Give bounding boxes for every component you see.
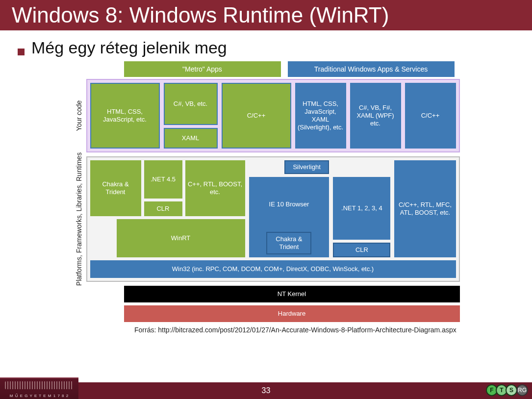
slide: Windows 8: Windows Runtime (WinRT) Még e… xyxy=(0,0,532,399)
cpp-rtl-box: C++, RTL, BOOST, etc. xyxy=(185,160,245,216)
metro-xaml-box: XAML xyxy=(164,128,218,149)
column-headers: "Metro" Apps Traditional Windows Apps & … xyxy=(124,61,460,77)
your-code-traditional: HTML, CSS, JavaScript, XAML (Silverlight… xyxy=(295,83,456,149)
page-number: 33 xyxy=(262,386,271,395)
trad-clr-box: CLR xyxy=(333,243,390,257)
winrt-box: WinRT xyxy=(117,219,245,257)
university-logo xyxy=(0,377,78,399)
win32-box: Win32 (inc. RPC, COM, DCOM, COM+, Direct… xyxy=(90,260,456,278)
metro-csharp-box: C#, VB, etc. xyxy=(164,83,218,125)
ie-chakra-box: Chakra & Trident xyxy=(266,232,311,254)
slide-footer: 33 F T S RG xyxy=(0,382,532,399)
your-code-panel: Your code HTML, CSS, JavaScript, etc. C#… xyxy=(73,79,460,152)
nt-kernel-box: NT Kernel xyxy=(124,286,460,302)
metro-apps-header: "Metro" Apps xyxy=(124,61,281,77)
metro-runtimes: Chakra & Trident .NET 4.5 CLR C++, RTL, … xyxy=(90,160,245,257)
trad-cpp-box: C/C++ xyxy=(405,83,456,149)
your-code-label: Your code xyxy=(73,79,86,152)
metro-html-box: HTML, CSS, JavaScript, etc. xyxy=(90,83,160,149)
bullet-icon xyxy=(18,49,25,55)
native-libs-box: C/C++, RTL, MFC, ATL, BOOST, etc. xyxy=(394,160,456,257)
ie10-label: IE 10 Browser xyxy=(269,200,309,208)
hardware-box: Hardware xyxy=(124,305,460,322)
runtimes-top: Chakra & Trident .NET 4.5 CLR C++, RTL, … xyxy=(90,160,456,257)
source-citation: Forrás: http://bitcrazed.com/post/2012/0… xyxy=(134,326,517,334)
runtimes-panel: Platforms, Frameworks, Libraries, Runtim… xyxy=(73,156,460,282)
ie10-browser-box: IE 10 Browser Chakra & Trident xyxy=(249,177,329,257)
silverlight-box: Silverlight xyxy=(284,160,329,174)
metro-clr-box: CLR xyxy=(144,201,182,216)
logo-s: S xyxy=(506,384,517,396)
slide-title: Windows 8: Windows Runtime (WinRT) xyxy=(0,0,532,30)
metro-cpp-box: C/C++ xyxy=(222,83,291,149)
chakra-trident-box: Chakra & Trident xyxy=(90,160,141,216)
slide-body: Még egy réteg jelenik meg "Metro" Apps T… xyxy=(0,30,532,382)
bullet-text: Még egy réteg jelenik meg xyxy=(31,38,227,57)
runtimes-label: Platforms, Frameworks, Libraries, Runtim… xyxy=(73,156,86,282)
trad-html-box: HTML, CSS, JavaScript, XAML (Silverlight… xyxy=(295,83,346,149)
bullet-item: Még egy réteg jelenik meg xyxy=(18,38,517,57)
traditional-runtimes: Silverlight IE 10 Browser Chakra & Tride… xyxy=(249,160,456,257)
logo-rg: RG xyxy=(516,384,528,396)
net1234-box: .NET 1, 2, 3, 4 xyxy=(333,177,390,240)
footer-logos: F T S RG xyxy=(486,384,528,396)
net45-box: .NET 4.5 xyxy=(144,160,182,199)
traditional-apps-header: Traditional Windows Apps & Services xyxy=(288,61,455,77)
your-code-metro: HTML, CSS, JavaScript, etc. C#, VB, etc.… xyxy=(90,83,291,149)
trad-csharp-box: C#, VB, F#, XAML (WPF) etc. xyxy=(350,83,401,149)
architecture-diagram: "Metro" Apps Traditional Windows Apps & … xyxy=(15,61,517,325)
